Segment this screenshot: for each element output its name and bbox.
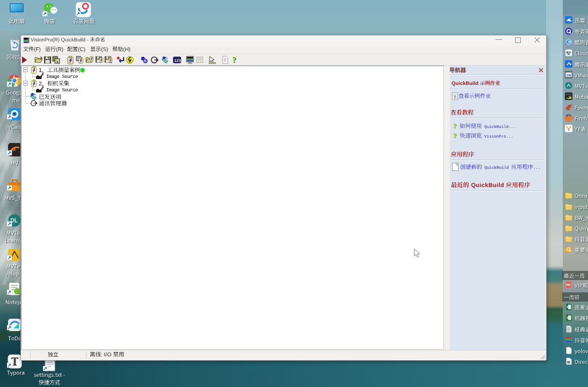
svg-text:VM: VM bbox=[566, 73, 571, 77]
svg-text:PD: PD bbox=[567, 283, 571, 286]
svg-text:?: ? bbox=[453, 132, 457, 139]
svg-text:M: M bbox=[12, 147, 16, 152]
svg-text:?: ? bbox=[453, 122, 457, 130]
svg-text:123: 123 bbox=[174, 59, 181, 63]
svg-text:?: ? bbox=[232, 56, 236, 64]
svg-text:?: ? bbox=[224, 58, 226, 63]
svg-text:B: B bbox=[454, 95, 456, 100]
